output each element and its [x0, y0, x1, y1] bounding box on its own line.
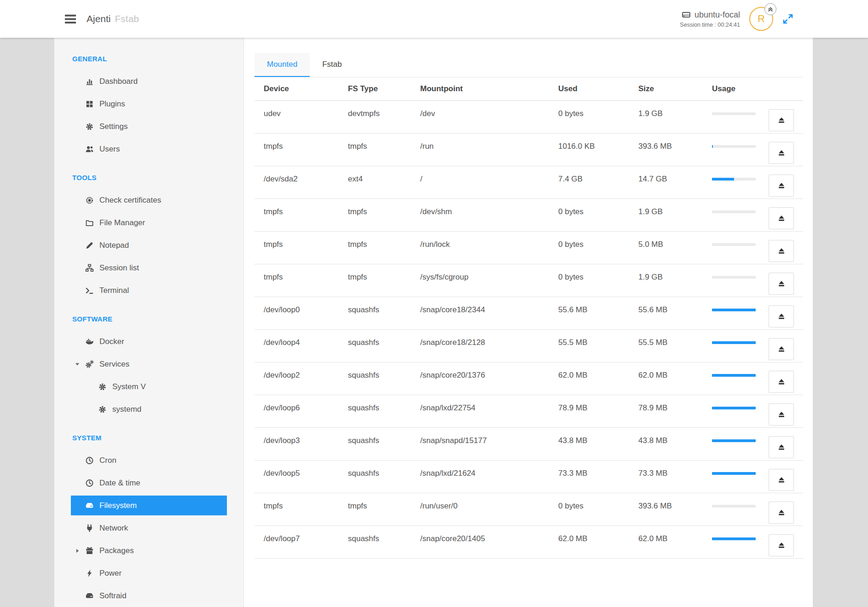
sidebar-section-label: TOOLS	[54, 166, 243, 189]
cell-usage	[704, 395, 769, 427]
cell-fs-type: tmpfs	[339, 264, 411, 297]
scroll-top-badge[interactable]	[764, 3, 776, 15]
caret-slot	[75, 339, 85, 344]
usage-bar-fill	[712, 407, 756, 409]
eject-button[interactable]	[769, 338, 794, 360]
gift-icon	[85, 547, 94, 555]
host-name: ubuntu-focal	[694, 10, 740, 20]
eject-button[interactable]	[769, 240, 794, 262]
eject-button[interactable]	[769, 502, 794, 524]
sidebar-item-session-list[interactable]: Session list	[54, 257, 243, 279]
usage-bar	[712, 407, 756, 409]
sidebar-item-cron[interactable]: Cron	[54, 449, 243, 472]
cell-usage	[704, 525, 769, 558]
eject-button[interactable]	[769, 175, 794, 197]
eject-button[interactable]	[769, 534, 794, 556]
cell-size: 62.0 MB	[629, 362, 704, 395]
eject-button[interactable]	[769, 305, 794, 327]
eject-button[interactable]	[769, 469, 794, 491]
eject-button[interactable]	[769, 109, 794, 131]
avatar[interactable]: R	[749, 7, 773, 31]
caret-slot	[75, 593, 85, 599]
eject-button[interactable]	[769, 207, 794, 229]
eject-button[interactable]	[769, 142, 794, 164]
cell-size: 393.6 MB	[629, 493, 704, 525]
sidebar-item-terminal[interactable]: Terminal	[54, 279, 243, 302]
cell-device: /dev/loop7	[255, 525, 339, 558]
cell-used: 55.5 MB	[549, 329, 629, 362]
sidebar-item-docker[interactable]: Docker	[54, 330, 243, 353]
cell-mountpoint: /run/lock	[411, 231, 549, 264]
usage-bar-fill	[712, 341, 756, 344]
expand-icon[interactable]	[782, 13, 793, 24]
column-header-mountpoint: Mountpoint	[411, 77, 549, 100]
cell-size: 1.9 GB	[629, 100, 704, 133]
cell-size: 55.6 MB	[629, 297, 704, 329]
cell-fs-type: tmpfs	[339, 493, 411, 525]
cell-device: tmpfs	[255, 133, 339, 166]
sidebar-item-file-manager[interactable]: File Manager	[54, 211, 243, 234]
caret-slot	[75, 198, 85, 203]
sidebar-item-label: Filesystem	[99, 501, 137, 510]
eject-button[interactable]	[769, 273, 794, 295]
usage-bar-fill	[712, 145, 713, 148]
eject-button[interactable]	[769, 403, 794, 426]
eject-button[interactable]	[769, 436, 794, 458]
sidebar-item-date-time[interactable]: Date & time	[54, 472, 243, 494]
usage-bar	[712, 276, 756, 279]
usage-bar	[712, 472, 756, 475]
table-row: tmpfstmpfs/run1016.0 KB393.6 MB	[255, 133, 803, 166]
menu-icon[interactable]	[64, 14, 76, 24]
sidebar-item-label: Users	[99, 145, 120, 154]
sidebar-item-label: Packages	[99, 546, 134, 555]
cell-mountpoint: /snap/core18/2128	[411, 329, 549, 362]
usage-bar	[712, 309, 756, 311]
cell-mountpoint: /	[411, 166, 549, 198]
sidebar-item-label: Power	[99, 569, 122, 578]
tab-mounted[interactable]: Mounted	[255, 53, 310, 77]
sidebar-item-users[interactable]: Users	[54, 138, 243, 160]
cell-actions	[769, 297, 803, 329]
cell-device: /dev/loop4	[255, 329, 339, 362]
column-header-actions	[769, 77, 803, 100]
cell-mountpoint: /snap/core18/2344	[411, 297, 549, 329]
sidebar-item-services[interactable]: Services	[54, 353, 243, 375]
sidebar-item-settings[interactable]: Settings	[54, 115, 243, 138]
column-header-size: Size	[629, 77, 704, 100]
cell-actions	[769, 525, 803, 558]
cell-usage	[704, 133, 769, 166]
sidebar-item-dashboard[interactable]: Dashboard	[54, 70, 243, 93]
cell-device: /dev/loop3	[255, 427, 339, 460]
sidebar-item-plugins[interactable]: Plugins	[54, 93, 243, 115]
main-content: MountedFstab DeviceFS TypeMountpointUsed…	[244, 38, 813, 607]
cell-device: tmpfs	[255, 198, 339, 231]
eject-icon	[777, 214, 786, 222]
sidebar-item-check-certificates[interactable]: Check certificates	[54, 189, 243, 211]
cell-usage	[704, 362, 769, 395]
chart-bar-icon	[85, 77, 94, 86]
eject-button[interactable]	[769, 371, 794, 393]
usage-bar	[712, 145, 756, 148]
sidebar-item-filesystem[interactable]: Filesystem	[71, 496, 227, 515]
users-icon	[85, 145, 94, 153]
usage-bar-fill	[712, 439, 756, 442]
table-row: /dev/loop4squashfs/snap/core18/212855.5 …	[255, 329, 803, 362]
sidebar-item-network[interactable]: Network	[54, 517, 243, 539]
usage-bar	[712, 243, 756, 246]
tab-fstab[interactable]: Fstab	[310, 53, 354, 77]
sidebar-item-packages[interactable]: Packages	[54, 539, 243, 562]
sidebar-item-power[interactable]: Power	[54, 562, 243, 584]
cell-size: 78.9 MB	[629, 395, 704, 427]
sidebar-item-softraid[interactable]: Softraid	[54, 584, 243, 607]
hdd-icon	[85, 502, 94, 510]
sidebar-item-label: Docker	[99, 337, 124, 346]
sidebar-item-system-v[interactable]: System V	[54, 375, 243, 398]
sitemap-icon	[85, 264, 94, 272]
caret-slot	[75, 480, 85, 486]
cell-mountpoint: /run/user/0	[411, 493, 549, 525]
sidebar-item-notepad[interactable]: Notepad	[54, 234, 243, 257]
cell-fs-type: tmpfs	[339, 231, 411, 264]
sidebar-item-systemd[interactable]: systemd	[54, 398, 243, 420]
caret-slot	[75, 146, 85, 152]
cell-actions	[769, 329, 803, 362]
